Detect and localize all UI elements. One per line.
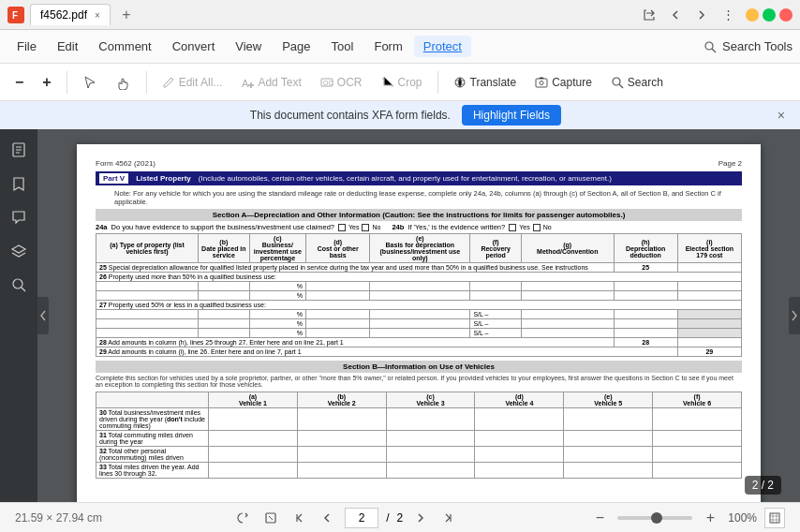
nav-last-button[interactable]: [438, 508, 459, 528]
add-text-button[interactable]: A Add Text: [233, 72, 308, 93]
file-tab[interactable]: f4562.pdf ×: [30, 4, 111, 25]
col-d-header: (d)Cost or other basis: [306, 234, 370, 263]
zoom-out-button[interactable]: −: [7, 70, 31, 95]
sidebar-comment-icon[interactable]: [6, 204, 32, 230]
zoom-in-button[interactable]: +: [35, 70, 58, 95]
menu-bar: File Edit Comment Convert View Page Tool…: [0, 30, 800, 64]
vehicle-3-header: (c)Vehicle 3: [386, 392, 475, 408]
edit-all-label: Edit All...: [179, 76, 223, 89]
menu-form[interactable]: Form: [364, 36, 411, 57]
vehicle-row-31: 31 Total commuting miles driven during t…: [96, 431, 742, 447]
edit-all-button[interactable]: Edit All...: [155, 72, 230, 93]
pdf-section-b-header: Section B—Information on Use of Vehicles: [96, 361, 742, 373]
close-button[interactable]: [779, 8, 793, 22]
checkbox-24b-no[interactable]: [533, 224, 541, 231]
menu-comment[interactable]: Comment: [89, 36, 160, 57]
sidebar-pages-icon[interactable]: [6, 137, 32, 163]
hand-btn[interactable]: [109, 71, 139, 94]
checkbox-24a-no[interactable]: [362, 224, 369, 231]
checkbox-24a-yes[interactable]: [338, 224, 346, 231]
no-label-b: No: [543, 224, 552, 230]
menu-view[interactable]: View: [226, 36, 271, 57]
capture-button[interactable]: Capture: [527, 72, 600, 93]
table-row-26b: %: [96, 291, 742, 301]
table-row-27a: % S/L –: [96, 310, 742, 319]
svg-point-2: [705, 42, 713, 50]
nav-first-button[interactable]: [289, 508, 309, 528]
vehicle-row-33: 33 Total miles driven the year. Add line…: [96, 463, 742, 479]
nav-fit-button[interactable]: [260, 508, 281, 528]
collapse-right-panel[interactable]: [789, 297, 800, 334]
fit-page-button[interactable]: [764, 508, 785, 528]
search-button[interactable]: Search: [603, 72, 671, 93]
row-27-text: 27 Property used 50% or less in a qualif…: [96, 301, 742, 310]
pdf-form-label: Form 4562 (2021): [96, 159, 156, 168]
vehicle-4-header: (d)Vehicle 4: [475, 392, 564, 408]
zoom-in-status-button[interactable]: +: [700, 508, 720, 528]
more-options-icon[interactable]: ⋮: [718, 5, 738, 25]
toolbar: − + Edit All... A Add Text OCR OCR: [0, 64, 800, 101]
row-24a: 24a Do you have evidence to support the …: [96, 223, 742, 231]
checkbox-24b-yes[interactable]: [509, 224, 516, 231]
menu-file[interactable]: File: [7, 36, 46, 57]
pdf-part-label: Part V: [99, 173, 128, 184]
ocr-icon: OCR: [320, 76, 333, 89]
zoom-out-status-button[interactable]: −: [589, 508, 610, 528]
page-number-input[interactable]: [345, 508, 378, 528]
nav-rotate-button[interactable]: [232, 508, 253, 528]
translate-button[interactable]: Translate: [446, 72, 525, 93]
crop-icon: [381, 76, 394, 89]
sidebar-layers-icon[interactable]: [6, 238, 32, 264]
row-24a-label: 24a: [96, 223, 108, 231]
svg-rect-22: [770, 513, 779, 523]
table-row-27-header: 27 Property used 50% or less in a qualif…: [96, 301, 742, 310]
capture-icon: [535, 76, 548, 89]
sidebar-bookmark-icon[interactable]: [6, 170, 32, 197]
pdf-note: Note: For any vehicle for which you are …: [114, 189, 742, 206]
menu-tool[interactable]: Tool: [322, 36, 363, 57]
nav-prev-button[interactable]: [317, 508, 337, 528]
select-btn[interactable]: [75, 71, 105, 94]
notification-bar: This document contains XFA form fields. …: [0, 101, 800, 129]
svg-text:F: F: [12, 10, 18, 21]
next-page-icon: [414, 511, 427, 525]
svg-point-18: [13, 279, 22, 288]
pdf-part-desc: (Include automobiles, certain other vehi…: [199, 174, 612, 183]
pdf-page-label: Page 2: [719, 159, 742, 168]
edit-all-icon: [162, 76, 175, 89]
notification-close-button[interactable]: ×: [778, 108, 785, 123]
zoom-slider[interactable]: [617, 516, 692, 520]
collapse-left-panel[interactable]: [37, 297, 49, 334]
search-tools-label: Search Tools: [722, 39, 793, 53]
nav-next-button[interactable]: [410, 508, 431, 528]
col-c-header: (c)Business/investment usepercentage: [249, 234, 305, 263]
app-icon: F: [7, 7, 24, 23]
ocr-button[interactable]: OCR OCR: [313, 72, 370, 93]
table-row-25: 25 Special depreciation allowance for qu…: [96, 263, 742, 273]
menu-edit[interactable]: Edit: [48, 36, 87, 57]
window-controls: [746, 8, 793, 22]
tab-close-btn[interactable]: ×: [95, 10, 100, 21]
capture-label: Capture: [552, 76, 592, 89]
pdf-form-header: Form 4562 (2021) Page 2: [96, 159, 742, 168]
maximize-button[interactable]: [763, 8, 776, 22]
left-sidebar: [0, 129, 37, 502]
sidebar-search-icon[interactable]: [6, 272, 32, 298]
no-label: No: [372, 224, 380, 230]
share-icon[interactable]: [639, 5, 659, 25]
row-25-value: [677, 263, 741, 273]
new-tab-button[interactable]: +: [116, 5, 137, 25]
row-25-text: 25 Special depreciation allowance for qu…: [96, 263, 615, 273]
menu-page[interactable]: Page: [273, 36, 319, 57]
menu-convert[interactable]: Convert: [163, 36, 225, 57]
add-text-icon: A: [241, 76, 254, 89]
forward-icon[interactable]: [691, 5, 712, 25]
crop-button[interactable]: Crop: [374, 72, 430, 93]
col-i-header: (i)Elected section 179 cost: [677, 234, 741, 263]
menu-protect[interactable]: Protect: [414, 36, 471, 57]
svg-line-13: [619, 84, 623, 88]
back-icon[interactable]: [665, 5, 686, 25]
vehicles-table: (a)Vehicle 1 (b)Vehicle 2 (c)Vehicle 3 (…: [96, 392, 742, 479]
highlight-fields-button[interactable]: Highlight Fields: [462, 105, 561, 126]
minimize-button[interactable]: [746, 8, 759, 22]
